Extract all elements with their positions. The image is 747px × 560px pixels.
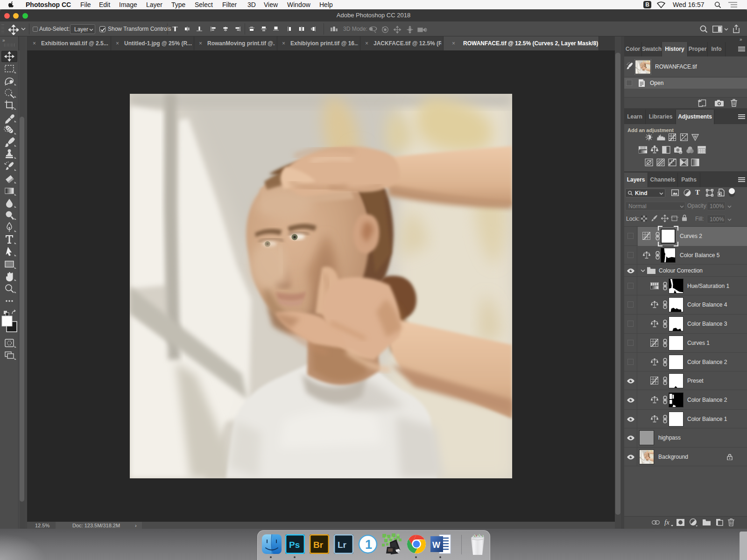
svg-text:1: 1 — [365, 538, 372, 552]
svg-text:Ps: Ps — [289, 540, 300, 550]
svg-text:fx: fx — [664, 518, 669, 526]
svg-text:W: W — [432, 540, 440, 550]
svg-text:Lr: Lr — [338, 540, 347, 550]
svg-text:Br: Br — [313, 540, 324, 550]
